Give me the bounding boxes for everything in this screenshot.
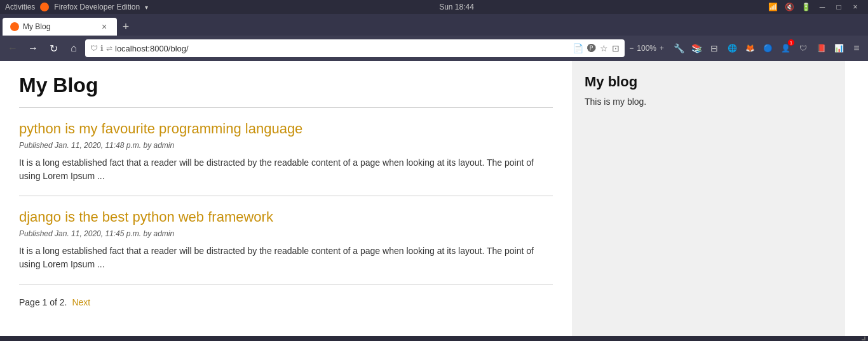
post-2-meta: Published Jan. 11, 2020, 11:45 p.m. by a… xyxy=(19,229,553,238)
reload-button[interactable]: ↻ xyxy=(44,39,62,57)
post-2-title-link[interactable]: django is the best python web framework xyxy=(19,209,553,225)
tab-favicon xyxy=(10,22,19,31)
zoom-control: − 100% + xyxy=(627,44,666,53)
address-icon: ⇌ xyxy=(106,44,112,53)
window-controls: 📶 🔇 🔋 ─ □ × xyxy=(765,1,863,13)
browser-window: Activities Firefox Developer Edition ▾ S… xyxy=(0,0,868,341)
post-1-meta: Published Jan. 11, 2020, 11:48 p.m. by a… xyxy=(19,141,553,150)
sidebar: My blog This is my blog. xyxy=(572,61,845,336)
activities-label[interactable]: Activities xyxy=(5,3,35,11)
resize-dot xyxy=(862,337,865,340)
address-right-icons: 📄 🅟 ☆ ⊡ xyxy=(573,43,620,53)
clock: Sun 18:44 xyxy=(439,3,474,11)
library-icon[interactable]: 📚 xyxy=(689,41,704,56)
post-divider-2 xyxy=(19,284,553,284)
tab-bar: My Blog × + xyxy=(0,14,868,36)
forward-button[interactable]: → xyxy=(24,39,42,57)
info-icon: ℹ xyxy=(100,44,104,53)
post-1-excerpt: It is a long established fact that a rea… xyxy=(19,156,553,183)
url-display: localhost:8000/blog/ xyxy=(115,44,570,53)
screenshot-icon[interactable]: ⊡ xyxy=(612,43,620,53)
wifi-icon: 📶 xyxy=(765,1,780,13)
extension-icon3[interactable]: 🔵 xyxy=(760,41,775,56)
minimize-button[interactable]: ─ xyxy=(815,1,830,13)
pocket-icon[interactable]: 🅟 xyxy=(587,43,596,53)
post-divider-1 xyxy=(19,196,553,196)
post-1-title-link[interactable]: python is my favourite programming langu… xyxy=(19,121,553,137)
new-tab-button[interactable]: + xyxy=(117,18,135,36)
zoom-minus-button[interactable]: − xyxy=(627,44,635,53)
tab-close-button[interactable]: × xyxy=(99,22,109,32)
address-bar[interactable]: 🛡 ℹ ⇌ localhost:8000/blog/ 📄 🅟 ☆ ⊡ xyxy=(85,39,625,57)
page-content: My Blog python is my favourite programmi… xyxy=(0,61,868,336)
extension-icon2[interactable]: 🦊 xyxy=(742,41,757,56)
extension-icon1[interactable]: 🌐 xyxy=(724,41,740,56)
extension-icon5[interactable]: 📕 xyxy=(813,41,829,56)
sidebar-title: My blog xyxy=(585,74,832,90)
sidebar-description: This is my blog. xyxy=(585,97,832,107)
navigation-bar: ← → ↻ ⌂ 🛡 ℹ ⇌ localhost:8000/blog/ 📄 🅟 ☆… xyxy=(0,36,868,61)
next-page-link[interactable]: Next xyxy=(72,297,90,307)
reader-icon[interactable]: 📄 xyxy=(573,43,583,53)
home-button[interactable]: ⌂ xyxy=(65,39,83,57)
volume-icon: 🔇 xyxy=(782,1,797,13)
extension-badge-icon[interactable]: 👤 1 xyxy=(778,41,793,56)
tab-title: My Blog xyxy=(23,22,95,31)
pagination: Page 1 of 2. Next xyxy=(19,297,553,307)
back-button[interactable]: ← xyxy=(4,39,22,57)
hamburger-menu-button[interactable]: ≡ xyxy=(849,41,864,56)
toolbar-icons: 🔧 📚 ⊟ 🌐 🦊 🔵 👤 1 🛡 📕 📊 ≡ xyxy=(671,41,864,56)
blog-post-1: python is my favourite programming langu… xyxy=(19,121,553,183)
tools-icon[interactable]: 🔧 xyxy=(671,41,686,56)
page-title: My Blog xyxy=(19,74,553,97)
battery-icon: 🔋 xyxy=(798,1,813,13)
main-content: My Blog python is my favourite programmi… xyxy=(0,61,572,336)
pagination-text: Page 1 of 2. xyxy=(19,297,67,307)
app-name-label: Firefox Developer Edition xyxy=(54,3,140,11)
title-bar: Activities Firefox Developer Edition ▾ S… xyxy=(0,0,868,14)
sidebar-toggle-icon[interactable]: ⊟ xyxy=(707,41,722,56)
extension-icon6[interactable]: 📊 xyxy=(831,41,846,56)
resize-handle[interactable] xyxy=(0,336,868,341)
close-button[interactable]: × xyxy=(848,1,863,13)
post-2-excerpt: It is a long established fact that a rea… xyxy=(19,244,553,271)
maximize-button[interactable]: □ xyxy=(831,1,846,13)
firefox-icon xyxy=(40,3,49,11)
title-divider xyxy=(19,107,553,108)
star-icon[interactable]: ☆ xyxy=(600,43,608,53)
security-icon: 🛡 xyxy=(90,44,98,53)
zoom-level: 100% xyxy=(637,44,656,53)
blog-post-2: django is the best python web framework … xyxy=(19,209,553,271)
active-tab[interactable]: My Blog × xyxy=(3,18,117,36)
extension-icon4[interactable]: 🛡 xyxy=(796,41,811,56)
zoom-plus-button[interactable]: + xyxy=(658,44,666,53)
